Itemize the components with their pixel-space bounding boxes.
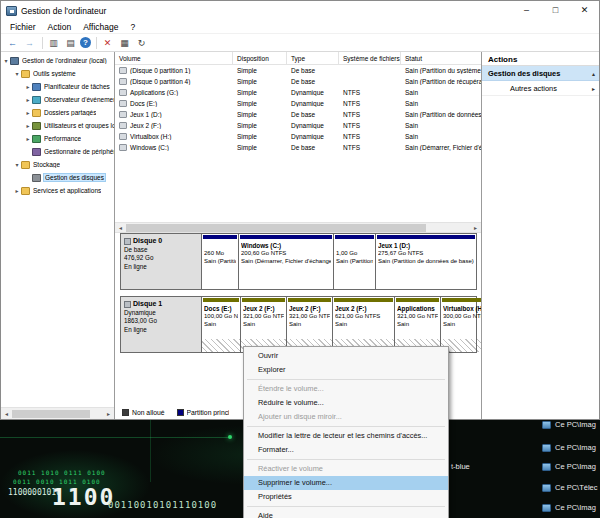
tree-item-shared-folders[interactable]: ▸ Dossiers partagés <box>1 106 114 119</box>
menu-item-modifier-lettre[interactable]: Modifier la lettre de lecteur et les che… <box>244 429 448 443</box>
volume-list-horizontal-scrollbar[interactable]: ◂ ▸ <box>115 222 481 233</box>
scrollbar-thumb[interactable] <box>12 410 90 418</box>
scroll-right-icon[interactable]: ▸ <box>470 222 481 234</box>
volume-row[interactable]: Jeux 1 (D:) SimpleDe base NTFSSain (Part… <box>115 109 482 120</box>
properties-icon[interactable]: ▦ <box>117 36 132 50</box>
toolbar-separator <box>96 37 97 49</box>
volume-row[interactable]: Applications (G:) SimpleDynamique NTFSSa… <box>115 87 482 98</box>
expander-icon[interactable]: ▸ <box>13 187 21 194</box>
background-file-row[interactable]: Ce PC\Imag <box>542 462 596 471</box>
tree-item-label: Gestionnaire de périphériques <box>44 148 114 155</box>
volume-row[interactable]: Windows (C:) SimpleDe base NTFSSain (Dém… <box>115 142 482 153</box>
actions-section-disk-management[interactable]: Gestion des disques ▴ <box>482 66 599 81</box>
disk-0-info[interactable]: Disque 0 De base 476,92 Go En ligne <box>121 234 202 289</box>
disk1-segment-virtualbox[interactable]: Virtualbox (H:) 300,00 Go NTFS Sain <box>441 297 482 352</box>
expander-icon[interactable]: ▸ <box>24 122 32 129</box>
disk-icon <box>124 301 131 308</box>
column-header[interactable]: Type <box>287 52 339 64</box>
refresh-icon[interactable]: ↻ <box>134 36 149 50</box>
menu-item-aide[interactable]: Aide <box>244 509 448 518</box>
menu-item-ajouter-miroir[interactable]: Ajouter un disque miroir... <box>244 410 448 424</box>
close-button[interactable]: ✕ <box>570 1 599 20</box>
background-file-row[interactable]: Ce PC\Imag <box>542 420 596 429</box>
volume-row[interactable]: Jeux 2 (F:) SimpleDynamique NTFSSain <box>115 120 482 131</box>
menu-fichier[interactable]: Fichier <box>4 22 42 32</box>
forward-icon[interactable]: → <box>22 36 37 50</box>
show-console-tree-icon[interactable]: ▥ <box>46 36 61 50</box>
scroll-left-icon[interactable]: ◂ <box>1 408 12 420</box>
tree-item-performance[interactable]: ▸ Performance <box>1 132 114 145</box>
column-header[interactable]: Volume <box>115 52 233 64</box>
disk0-segment-recovery[interactable]: 1,00 Go Sain (Partition de récupération) <box>334 234 376 289</box>
expander-icon[interactable]: ▸ <box>24 83 32 90</box>
actions-more[interactable]: Autres actions ▸ <box>482 81 599 96</box>
title-bar[interactable]: Gestion de l'ordinateur – □ ✕ <box>1 1 599 20</box>
tree-item-services-applications[interactable]: ▸ Services et applications <box>1 184 114 197</box>
tree-item-event-viewer[interactable]: ▸ Observateur d'événements <box>1 93 114 106</box>
disk0-segment-jeux1[interactable]: Jeux 1 (D:) 275,67 Go NTFS Sain (Partiti… <box>376 234 476 289</box>
minimize-button[interactable]: – <box>512 1 541 20</box>
menu-item-proprietes[interactable]: Propriétés <box>244 490 448 504</box>
export-list-icon[interactable]: ▤ <box>63 36 78 50</box>
tree-item-disk-management[interactable]: Gestion des disques <box>1 171 114 184</box>
volume-row[interactable]: Docs (E:) SimpleDynamique NTFSSain <box>115 98 482 109</box>
menu-item-reactiver-volume[interactable]: Réactiver le volume <box>244 462 448 476</box>
expander-icon[interactable]: ▸ <box>24 135 32 142</box>
volume-row[interactable]: (Disque 0 partition 1) SimpleDe base Sai… <box>115 65 482 76</box>
toolbar-separator <box>42 37 43 49</box>
menu-item-supprimer-volume[interactable]: Supprimer le volume... <box>244 476 448 490</box>
column-header[interactable]: Statut <box>401 52 482 64</box>
expander-icon[interactable]: ▾ <box>13 70 21 77</box>
column-header[interactable]: Système de fichiers <box>339 52 401 64</box>
menu-item-etendre-volume[interactable]: Étendre le volume... <box>244 382 448 396</box>
disk1-segment-docs[interactable]: Docs (E:) 100,00 Go NTFS Sain <box>202 297 241 352</box>
tree-horizontal-scrollbar[interactable]: ◂ ▸ <box>1 407 114 419</box>
menu-affichage[interactable]: Affichage <box>77 22 124 32</box>
tree-item-device-manager[interactable]: Gestionnaire de périphériques <box>1 145 114 158</box>
disk1-segment-applications[interactable]: Applications 321,00 Go NTFS Sain <box>395 297 441 352</box>
computer-icon <box>10 57 19 65</box>
scroll-left-icon[interactable]: ◂ <box>115 222 126 234</box>
scrollbar-thumb[interactable] <box>126 224 426 232</box>
expander-icon[interactable]: ▾ <box>2 57 10 64</box>
disk1-segment-jeux2-a[interactable]: Jeux 2 (F:) 321,00 Go NTFS Sain <box>241 297 287 352</box>
disk-1-info[interactable]: Disque 1 Dynamique 1863,00 Go En ligne <box>121 297 202 352</box>
menu-aide[interactable]: ? <box>124 22 141 32</box>
circuit-node <box>228 435 232 439</box>
tree-item-local-users[interactable]: ▸ Utilisateurs et groupes locaux <box>1 119 114 132</box>
menu-item-explorer[interactable]: Explorer <box>244 363 448 377</box>
disk1-segment-jeux2-b[interactable]: Jeux 2 (F:) 321,00 Go NTFS Sain <box>287 297 333 352</box>
background-file-row[interactable]: Ce PC\Imag <box>542 503 596 512</box>
file-path: Ce PC\Imag <box>555 420 596 429</box>
maximize-button[interactable]: □ <box>541 1 570 20</box>
disk1-segment-jeux2-c[interactable]: Jeux 2 (F:) 621,00 Go NTFS Sain <box>333 297 395 352</box>
menu-item-formater[interactable]: Formater... <box>244 443 448 457</box>
tree-item-label: Observateur d'événements <box>44 96 114 103</box>
disk0-segment-windows[interactable]: Windows (C:) 200,60 Go NTFS Sain (Démarr… <box>239 234 334 289</box>
tree-item-label: Outils système <box>33 70 76 77</box>
help-icon[interactable]: ? <box>80 37 91 48</box>
expander-icon[interactable]: ▾ <box>13 161 21 168</box>
background-file-row[interactable]: Ce PC\Télec <box>542 483 598 492</box>
image-file-icon <box>542 421 551 429</box>
expander-icon[interactable]: ▸ <box>24 96 32 103</box>
menu-action[interactable]: Action <box>42 22 78 32</box>
menu-item-ouvrir[interactable]: Ouvrir <box>244 349 448 363</box>
collapse-icon[interactable]: ▴ <box>592 70 595 77</box>
tree-item-system-tools[interactable]: ▾ Outils système <box>1 67 114 80</box>
expander-icon[interactable]: ▸ <box>24 109 32 116</box>
tree-item-storage[interactable]: ▾ Stockage <box>1 158 114 171</box>
tree-item-computer-management[interactable]: ▾ Gestion de l'ordinateur (local) <box>1 54 114 67</box>
background-file-row[interactable]: Ce PC\Imag <box>542 443 596 452</box>
tree-item-label: Gestion des disques <box>44 174 105 181</box>
disk0-segment-efi[interactable]: 260 Mo Sain (Partition du système EFI) <box>202 234 239 289</box>
back-icon[interactable]: ← <box>5 36 20 50</box>
tree-item-task-scheduler[interactable]: ▸ Planificateur de tâches <box>1 80 114 93</box>
menu-item-reduire-volume[interactable]: Réduire le volume... <box>244 396 448 410</box>
volume-row[interactable]: Virtualbox (H:) SimpleDynamique NTFSSain <box>115 131 482 142</box>
delete-volume-icon[interactable]: ✕ <box>100 36 115 50</box>
unallocated-swatch <box>122 409 129 416</box>
column-header[interactable]: Disposition <box>233 52 287 64</box>
scroll-right-icon[interactable]: ▸ <box>103 408 114 420</box>
volume-row[interactable]: (Disque 0 partition 4) SimpleDe base Sai… <box>115 76 482 87</box>
